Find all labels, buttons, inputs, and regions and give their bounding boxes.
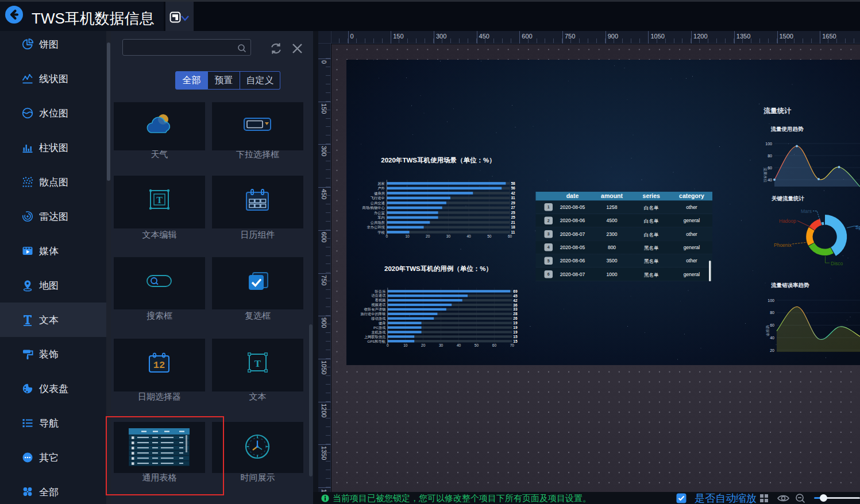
svg-text:29: 29 — [511, 201, 516, 205]
svg-text:Spark: Spark — [855, 224, 860, 230]
svg-text:30: 30 — [439, 343, 444, 347]
svg-text:GPS和导航: GPS和导航 — [367, 339, 385, 344]
svg-text:PC游戏: PC游戏 — [373, 325, 385, 330]
svg-text:80: 80 — [768, 154, 772, 158]
svg-text:15: 15 — [513, 339, 518, 343]
svg-text:商场/购物中心: 商场/购物中心 — [362, 206, 385, 210]
svg-text:居家: 居家 — [377, 181, 385, 186]
svg-text:33: 33 — [513, 307, 518, 311]
svg-text:Phoenix: Phoenix — [774, 242, 792, 248]
svg-text:21: 21 — [511, 220, 516, 224]
svg-text:42: 42 — [513, 298, 518, 303]
svg-text:Mars: Mars — [801, 208, 812, 214]
svg-text:T: T — [156, 195, 163, 205]
svg-text:27: 27 — [511, 206, 516, 210]
svg-text:50: 50 — [475, 343, 479, 347]
svg-text:移动游戏: 移动游戏 — [371, 316, 385, 321]
svg-text:58: 58 — [511, 181, 516, 185]
svg-text:40: 40 — [768, 178, 772, 182]
svg-text:错误率: 错误率 — [765, 325, 770, 337]
svg-text:50: 50 — [487, 234, 492, 238]
svg-text:100: 100 — [765, 142, 772, 146]
svg-text:视频通话: 视频通话 — [371, 303, 386, 307]
svg-text:70: 70 — [510, 343, 515, 347]
svg-text:69: 69 — [513, 289, 518, 293]
svg-text:健身房: 健身房 — [374, 191, 385, 196]
svg-text:20: 20 — [421, 343, 426, 347]
svg-text:11: 11 — [511, 230, 515, 234]
svg-text:45: 45 — [513, 294, 518, 298]
svg-text:T: T — [254, 358, 261, 369]
svg-text:10: 10 — [405, 234, 410, 238]
svg-text:40: 40 — [770, 336, 774, 340]
svg-text:20: 20 — [426, 234, 430, 238]
svg-text:19: 19 — [513, 325, 518, 329]
svg-text:语音通话: 语音通话 — [371, 293, 386, 298]
svg-text:36: 36 — [513, 303, 518, 307]
svg-text:公共场所: 公共场所 — [371, 220, 385, 225]
svg-text:18: 18 — [511, 225, 516, 229]
svg-text:60: 60 — [768, 166, 772, 170]
svg-text:100: 100 — [768, 298, 774, 303]
svg-text:户外: 户外 — [377, 186, 385, 190]
svg-text:60: 60 — [492, 343, 497, 347]
svg-text:40: 40 — [457, 343, 461, 347]
svg-text:25: 25 — [511, 215, 516, 219]
svg-text:公共交通: 公共交通 — [371, 201, 385, 205]
svg-text:31: 31 — [511, 196, 516, 200]
svg-text:42: 42 — [511, 191, 516, 195]
svg-text:25: 25 — [511, 211, 516, 215]
svg-text:60: 60 — [770, 323, 774, 327]
svg-text:飞行途中: 飞行途中 — [371, 196, 385, 200]
svg-text:上网获取信息: 上网获取信息 — [364, 335, 386, 339]
svg-text:26: 26 — [513, 316, 518, 320]
svg-text:Disco: Disco — [831, 261, 843, 266]
svg-text:15: 15 — [513, 335, 518, 339]
svg-text:19: 19 — [513, 330, 518, 334]
svg-text:28: 28 — [513, 312, 518, 316]
svg-text:主机游戏: 主机游戏 — [371, 330, 385, 335]
svg-text:56: 56 — [511, 186, 516, 190]
svg-text:健身: 健身 — [379, 321, 386, 325]
svg-text:30: 30 — [446, 234, 451, 238]
svg-text:80: 80 — [770, 311, 774, 315]
svg-text:20: 20 — [770, 348, 774, 352]
svg-text:车内: 车内 — [377, 215, 385, 219]
svg-text:12: 12 — [153, 360, 165, 371]
svg-text:看视频: 看视频 — [375, 298, 386, 303]
svg-text:听音乐: 听音乐 — [375, 289, 386, 294]
svg-text:办公室: 办公室 — [374, 211, 385, 215]
svg-text:收听有声读物: 收听有声读物 — [364, 307, 386, 312]
svg-text:学校: 学校 — [377, 230, 385, 234]
svg-text:40: 40 — [466, 234, 471, 238]
svg-text:旅行途中的降噪: 旅行途中的降噪 — [361, 312, 386, 316]
svg-text:10: 10 — [403, 343, 408, 347]
svg-text:流量水位: 流量水位 — [763, 168, 768, 183]
svg-text:60: 60 — [508, 234, 512, 238]
svg-text:非办公环境: 非办公环境 — [367, 225, 385, 230]
svg-text:19: 19 — [513, 321, 518, 325]
svg-text:Hadoop: Hadoop — [779, 218, 796, 224]
